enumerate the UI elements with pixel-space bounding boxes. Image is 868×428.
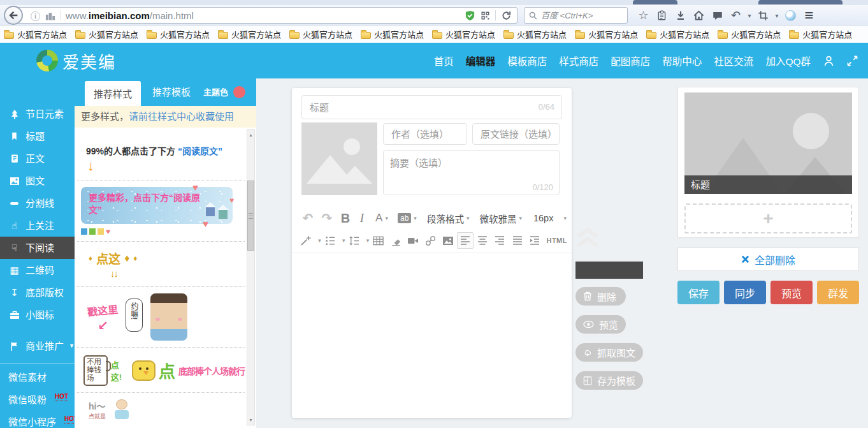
sidebar-item-image-text[interactable]: 图文 [0, 170, 75, 192]
html-source-button[interactable]: HTML [546, 237, 567, 244]
pocket-chat-icon[interactable] [708, 5, 727, 26]
bookmark-item[interactable]: 火狐官方站点 [75, 28, 138, 40]
nav-style-store[interactable]: 样式商店 [559, 54, 598, 68]
save-as-template-button[interactable]: 存为模板 [575, 371, 643, 390]
delete-all-button[interactable]: 全部删除 [677, 247, 859, 271]
tab-recommended-styles[interactable]: 推荐样式 [85, 81, 141, 106]
align-left-icon[interactable] [457, 232, 473, 249]
downloads-icon[interactable] [671, 5, 690, 26]
indent-icon[interactable] [526, 232, 542, 249]
nav-home[interactable]: 首页 [434, 54, 454, 68]
ordered-list-icon[interactable] [322, 232, 338, 249]
style-item-support[interactable]: 不用捧钱场 点这! 点 底部捧个人场就行 [75, 348, 245, 392]
align-right-icon[interactable] [492, 232, 508, 249]
paragraph-format-select[interactable]: 段落格式▾ [427, 212, 470, 225]
sidebar-item-business-promo[interactable]: 商业推广 ▼ [0, 335, 75, 357]
save-button[interactable]: 保存 [677, 281, 720, 304]
back-button[interactable] [4, 6, 23, 25]
highlight-button[interactable]: ab▾ [398, 213, 417, 223]
screenshot-crop-icon[interactable] [754, 5, 772, 26]
align-center-icon[interactable] [475, 232, 491, 249]
nav-help-center[interactable]: 帮助中心 [662, 54, 702, 68]
eraser-icon[interactable] [387, 232, 403, 249]
bookmark-item[interactable]: 火狐官方站点 [289, 28, 352, 40]
extension-orb-icon[interactable] [781, 5, 800, 26]
font-family-select[interactable]: 微软雅黑▾ [479, 212, 522, 225]
italic-button[interactable]: I [354, 211, 370, 225]
preview-button[interactable]: 预览 [575, 315, 626, 334]
video-icon[interactable] [405, 232, 421, 249]
crop-dropdown-icon[interactable]: ▾ [772, 5, 781, 26]
nav-template-store[interactable]: 模板商店 [507, 54, 547, 68]
bookmark-item[interactable]: 火狐官方站点 [432, 28, 495, 40]
style-item-read-original[interactable]: 99%的人都点击了下方 “阅读原文” ↓ [75, 128, 245, 180]
background-tab[interactable] [758, 0, 843, 4]
article-card[interactable]: 标题 [684, 92, 852, 194]
site-info-icon[interactable]: ⓘ [31, 9, 40, 22]
font-color-button[interactable]: A▾ [370, 212, 394, 225]
table-icon[interactable] [370, 232, 386, 249]
scroll-up-button[interactable]: ▲ [247, 130, 254, 139]
mass-send-button[interactable]: 群发 [817, 281, 859, 304]
sidebar-item-divider[interactable]: 分割线 [0, 192, 75, 214]
bookmark-item[interactable]: 火狐官方站点 [718, 28, 781, 40]
theme-color-dot[interactable] [233, 86, 245, 98]
url-bar[interactable]: ⓘ www.imeibian.com/main.html [13, 7, 517, 24]
font-size-select[interactable]: 16px▾ [533, 213, 567, 223]
line-spacing-icon[interactable] [346, 232, 362, 249]
grab-article-button[interactable]: 抓取图文 [575, 343, 643, 362]
user-icon[interactable] [823, 55, 835, 67]
redo-icon[interactable]: ↷ [317, 210, 336, 226]
notice-link[interactable]: 请前往样式中心收藏使用 [129, 111, 234, 122]
site-identity-icon[interactable] [45, 10, 56, 21]
editor-body[interactable] [292, 253, 572, 418]
sidebar-item-read-bottom[interactable]: ☟ 下阅读 [0, 237, 75, 259]
add-article-button[interactable]: + [684, 203, 852, 233]
style-item-gold-click[interactable]: ♦ 点这 ♦ ♦ ↓↓ [75, 242, 245, 286]
fullscreen-icon[interactable] [847, 55, 858, 66]
bookmark-star-icon[interactable]: ☆ [634, 5, 653, 26]
menu-icon[interactable]: ≡ [800, 5, 818, 26]
reload-icon[interactable] [501, 10, 512, 21]
undo-icon[interactable]: ↶ [298, 210, 317, 226]
bookmark-item[interactable]: 火狐官方站点 [789, 28, 852, 40]
sidebar-item-footer-copyright[interactable]: ↧ 底部版权 [0, 281, 75, 304]
history-dropdown-icon[interactable]: ▾ [745, 5, 754, 26]
bookmark-item[interactable]: 火狐官方站点 [147, 28, 210, 40]
link-icon[interactable] [423, 232, 438, 249]
sidebar-item-follow-top[interactable]: ☝ 上关注 [0, 214, 75, 237]
qr-code-icon[interactable] [481, 11, 490, 20]
collapse-up-button[interactable] [575, 227, 600, 249]
sidebar-item-wechat-material[interactable]: 微信素材 [0, 366, 75, 388]
background-tab[interactable] [633, 0, 677, 4]
scroll-down-button[interactable]: ▼ [247, 415, 254, 424]
sidebar-item-festival-elements[interactable]: 节日元素 [0, 103, 75, 125]
preview-red-button[interactable]: 预览 [770, 281, 813, 304]
bookmark-item[interactable]: 火狐官方站点 [4, 28, 67, 40]
style-item-winter-banner[interactable]: 更多精彩，点击下方“阅读原文” ♥ ♥ ♥ ♥ [75, 181, 245, 241]
sidebar-item-small-icons[interactable]: 小图标 [0, 304, 75, 326]
author-input[interactable] [383, 123, 467, 145]
nav-image-store[interactable]: 配图商店 [611, 54, 650, 68]
format-brush-icon[interactable] [298, 232, 314, 249]
style-item-hi[interactable]: hi～ 点就是 [75, 393, 245, 421]
bookmark-item[interactable]: 火狐官方站点 [361, 28, 424, 40]
sidebar-item-wechat-miniprogram[interactable]: 微信小程序 HOT [0, 411, 75, 428]
sidebar-item-qrcode[interactable]: ▦ 二维码 [0, 259, 75, 281]
bookmark-item[interactable]: 火狐官方站点 [503, 28, 567, 40]
security-shield-icon[interactable] [465, 10, 475, 21]
nav-editor[interactable]: 编辑器 [466, 54, 496, 68]
bookmark-item[interactable]: 火狐官方站点 [218, 28, 281, 40]
title-input[interactable] [301, 95, 562, 119]
source-link-input[interactable] [472, 123, 560, 145]
scrollbar-thumb[interactable] [247, 181, 254, 251]
nav-join-qq[interactable]: 加入QQ群 [765, 54, 811, 68]
logo[interactable]: 爱美编 [36, 43, 116, 78]
sidebar-item-title[interactable]: 标题 [0, 125, 75, 147]
bookmark-item[interactable]: 火狐官方站点 [646, 28, 709, 40]
search-bar[interactable] [524, 7, 628, 24]
bold-button[interactable]: B [336, 211, 354, 226]
style-item-poke-here[interactable]: 戳这里 ↙ 约嘛! [75, 287, 245, 347]
insert-image-icon[interactable] [440, 232, 456, 249]
cover-image-placeholder[interactable] [301, 122, 377, 195]
